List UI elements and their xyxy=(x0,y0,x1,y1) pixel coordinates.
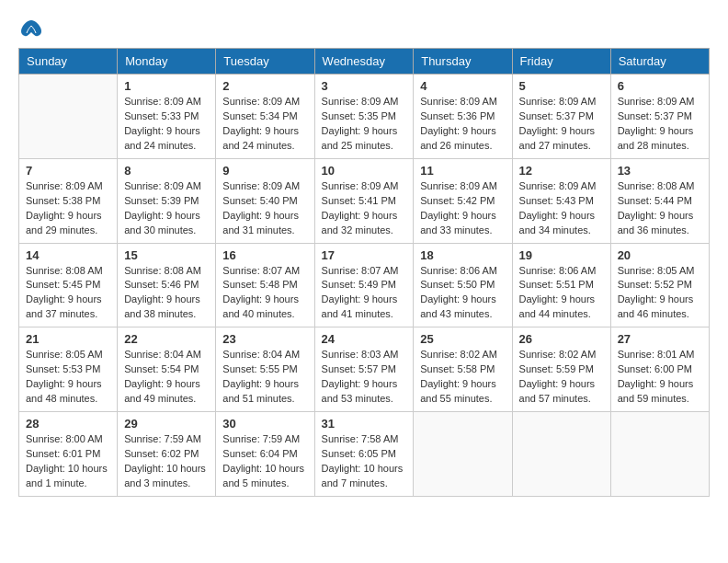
day-number: 14 xyxy=(26,248,110,262)
calendar-cell: 31Sunrise: 7:58 AMSunset: 6:05 PMDayligh… xyxy=(314,412,414,497)
day-info: Sunrise: 8:09 AMSunset: 5:37 PMDaylight:… xyxy=(519,95,604,154)
calendar-cell: 25Sunrise: 8:02 AMSunset: 5:58 PMDayligh… xyxy=(414,327,512,412)
calendar-week-row: 28Sunrise: 8:00 AMSunset: 6:01 PMDayligh… xyxy=(19,412,710,497)
day-number: 16 xyxy=(222,248,307,262)
day-info: Sunrise: 8:04 AMSunset: 5:55 PMDaylight:… xyxy=(222,348,307,407)
day-info: Sunrise: 8:00 AMSunset: 6:01 PMDaylight:… xyxy=(26,432,110,491)
day-number: 9 xyxy=(222,164,307,178)
day-info: Sunrise: 7:59 AMSunset: 6:04 PMDaylight:… xyxy=(222,432,307,491)
day-info: Sunrise: 8:09 AMSunset: 5:40 PMDaylight:… xyxy=(222,179,307,238)
weekday-header-friday: Friday xyxy=(512,49,610,75)
calendar-cell: 26Sunrise: 8:02 AMSunset: 5:59 PMDayligh… xyxy=(512,327,610,412)
day-number: 17 xyxy=(322,248,407,262)
day-number: 18 xyxy=(420,248,505,262)
calendar-cell: 29Sunrise: 7:59 AMSunset: 6:02 PMDayligh… xyxy=(118,412,216,497)
day-info: Sunrise: 8:08 AMSunset: 5:46 PMDaylight:… xyxy=(124,264,209,323)
day-number: 5 xyxy=(519,79,604,93)
day-number: 13 xyxy=(618,164,702,178)
day-info: Sunrise: 8:09 AMSunset: 5:33 PMDaylight:… xyxy=(124,95,209,154)
calendar-cell: 12Sunrise: 8:09 AMSunset: 5:43 PMDayligh… xyxy=(512,158,610,243)
day-info: Sunrise: 8:05 AMSunset: 5:52 PMDaylight:… xyxy=(618,264,702,323)
calendar-week-row: 14Sunrise: 8:08 AMSunset: 5:45 PMDayligh… xyxy=(19,243,710,327)
calendar-cell xyxy=(414,412,512,497)
calendar-cell: 7Sunrise: 8:09 AMSunset: 5:38 PMDaylight… xyxy=(19,158,118,243)
day-info: Sunrise: 8:06 AMSunset: 5:50 PMDaylight:… xyxy=(420,264,505,323)
day-info: Sunrise: 8:09 AMSunset: 5:34 PMDaylight:… xyxy=(222,95,307,154)
day-info: Sunrise: 8:07 AMSunset: 5:48 PMDaylight:… xyxy=(222,264,307,323)
day-number: 10 xyxy=(322,164,407,178)
calendar-cell: 3Sunrise: 8:09 AMSunset: 5:35 PMDaylight… xyxy=(314,75,414,159)
day-number: 26 xyxy=(519,332,604,346)
day-info: Sunrise: 8:09 AMSunset: 5:41 PMDaylight:… xyxy=(322,179,407,238)
day-number: 27 xyxy=(618,332,702,346)
calendar-cell: 1Sunrise: 8:09 AMSunset: 5:33 PMDaylight… xyxy=(118,75,216,159)
day-number: 23 xyxy=(222,332,307,346)
day-number: 29 xyxy=(124,417,209,431)
day-number: 6 xyxy=(618,79,702,93)
day-number: 24 xyxy=(322,332,407,346)
calendar-cell: 2Sunrise: 8:09 AMSunset: 5:34 PMDaylight… xyxy=(216,75,314,159)
day-number: 8 xyxy=(124,164,209,178)
calendar-cell: 4Sunrise: 8:09 AMSunset: 5:36 PMDaylight… xyxy=(414,75,512,159)
day-info: Sunrise: 8:03 AMSunset: 5:57 PMDaylight:… xyxy=(322,348,407,407)
calendar-week-row: 1Sunrise: 8:09 AMSunset: 5:33 PMDaylight… xyxy=(19,75,710,159)
day-info: Sunrise: 8:02 AMSunset: 5:59 PMDaylight:… xyxy=(519,348,604,407)
day-number: 12 xyxy=(519,164,604,178)
day-info: Sunrise: 8:01 AMSunset: 6:00 PMDaylight:… xyxy=(618,348,702,407)
day-info: Sunrise: 8:06 AMSunset: 5:51 PMDaylight:… xyxy=(519,264,604,323)
day-number: 30 xyxy=(222,417,307,431)
day-number: 4 xyxy=(420,79,505,93)
day-info: Sunrise: 7:58 AMSunset: 6:05 PMDaylight:… xyxy=(322,432,407,491)
day-number: 11 xyxy=(420,164,505,178)
calendar-cell: 16Sunrise: 8:07 AMSunset: 5:48 PMDayligh… xyxy=(216,243,314,327)
calendar-cell: 17Sunrise: 8:07 AMSunset: 5:49 PMDayligh… xyxy=(314,243,414,327)
calendar-cell: 22Sunrise: 8:04 AMSunset: 5:54 PMDayligh… xyxy=(118,327,216,412)
weekday-header-row: SundayMondayTuesdayWednesdayThursdayFrid… xyxy=(19,49,710,75)
day-number: 21 xyxy=(26,332,110,346)
calendar-cell: 8Sunrise: 8:09 AMSunset: 5:39 PMDaylight… xyxy=(118,158,216,243)
day-info: Sunrise: 8:08 AMSunset: 5:45 PMDaylight:… xyxy=(26,264,110,323)
calendar-cell: 13Sunrise: 8:08 AMSunset: 5:44 PMDayligh… xyxy=(610,158,709,243)
calendar-cell: 15Sunrise: 8:08 AMSunset: 5:46 PMDayligh… xyxy=(118,243,216,327)
logo-bird-icon xyxy=(18,18,44,39)
day-info: Sunrise: 8:09 AMSunset: 5:42 PMDaylight:… xyxy=(420,179,505,238)
day-number: 19 xyxy=(519,248,604,262)
weekday-header-thursday: Thursday xyxy=(414,49,512,75)
weekday-header-monday: Monday xyxy=(118,49,216,75)
calendar-cell: 6Sunrise: 8:09 AMSunset: 5:37 PMDaylight… xyxy=(610,75,709,159)
day-number: 15 xyxy=(124,248,209,262)
page-header xyxy=(18,18,710,39)
calendar-cell xyxy=(610,412,709,497)
day-number: 1 xyxy=(124,79,209,93)
day-number: 28 xyxy=(26,417,110,431)
weekday-header-saturday: Saturday xyxy=(610,49,709,75)
calendar-table: SundayMondayTuesdayWednesdayThursdayFrid… xyxy=(18,48,710,497)
logo xyxy=(18,18,48,39)
calendar-cell xyxy=(19,75,118,159)
calendar-cell: 10Sunrise: 8:09 AMSunset: 5:41 PMDayligh… xyxy=(314,158,414,243)
day-info: Sunrise: 8:09 AMSunset: 5:36 PMDaylight:… xyxy=(420,95,505,154)
calendar-cell xyxy=(512,412,610,497)
day-info: Sunrise: 8:07 AMSunset: 5:49 PMDaylight:… xyxy=(322,264,407,323)
calendar-cell: 18Sunrise: 8:06 AMSunset: 5:50 PMDayligh… xyxy=(414,243,512,327)
calendar-cell: 19Sunrise: 8:06 AMSunset: 5:51 PMDayligh… xyxy=(512,243,610,327)
day-info: Sunrise: 8:02 AMSunset: 5:58 PMDaylight:… xyxy=(420,348,505,407)
day-info: Sunrise: 8:09 AMSunset: 5:43 PMDaylight:… xyxy=(519,179,604,238)
day-info: Sunrise: 8:04 AMSunset: 5:54 PMDaylight:… xyxy=(124,348,209,407)
day-number: 3 xyxy=(322,79,407,93)
day-number: 2 xyxy=(222,79,307,93)
day-info: Sunrise: 8:09 AMSunset: 5:38 PMDaylight:… xyxy=(26,179,110,238)
calendar-cell: 24Sunrise: 8:03 AMSunset: 5:57 PMDayligh… xyxy=(314,327,414,412)
day-info: Sunrise: 8:09 AMSunset: 5:37 PMDaylight:… xyxy=(618,95,702,154)
calendar-cell: 11Sunrise: 8:09 AMSunset: 5:42 PMDayligh… xyxy=(414,158,512,243)
day-number: 31 xyxy=(322,417,407,431)
day-info: Sunrise: 8:09 AMSunset: 5:35 PMDaylight:… xyxy=(322,95,407,154)
calendar-week-row: 7Sunrise: 8:09 AMSunset: 5:38 PMDaylight… xyxy=(19,158,710,243)
calendar-cell: 5Sunrise: 8:09 AMSunset: 5:37 PMDaylight… xyxy=(512,75,610,159)
calendar-cell: 9Sunrise: 8:09 AMSunset: 5:40 PMDaylight… xyxy=(216,158,314,243)
day-number: 7 xyxy=(26,164,110,178)
calendar-cell: 20Sunrise: 8:05 AMSunset: 5:52 PMDayligh… xyxy=(610,243,709,327)
calendar-cell: 21Sunrise: 8:05 AMSunset: 5:53 PMDayligh… xyxy=(19,327,118,412)
day-info: Sunrise: 8:09 AMSunset: 5:39 PMDaylight:… xyxy=(124,179,209,238)
weekday-header-sunday: Sunday xyxy=(19,49,118,75)
